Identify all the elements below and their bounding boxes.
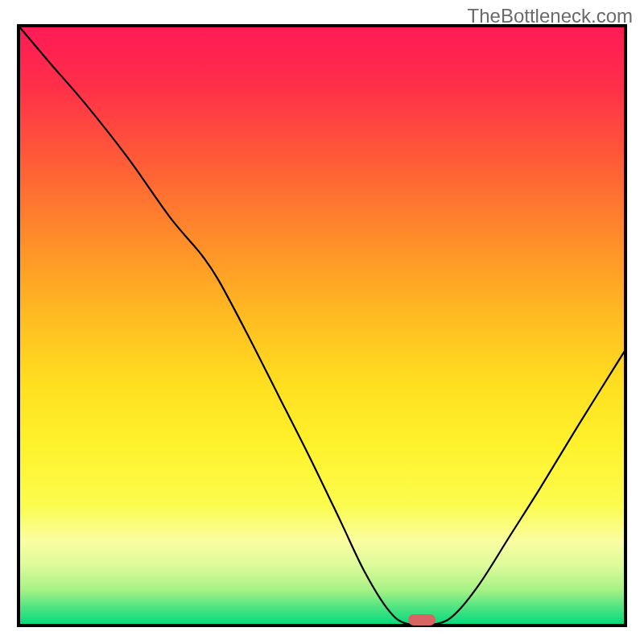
optimal-marker [408, 614, 436, 625]
watermark-text: TheBottleneck.com [468, 5, 633, 27]
chart-svg [0, 0, 644, 644]
plot-background [19, 26, 625, 625]
chart-container: TheBottleneck.com [0, 0, 644, 644]
